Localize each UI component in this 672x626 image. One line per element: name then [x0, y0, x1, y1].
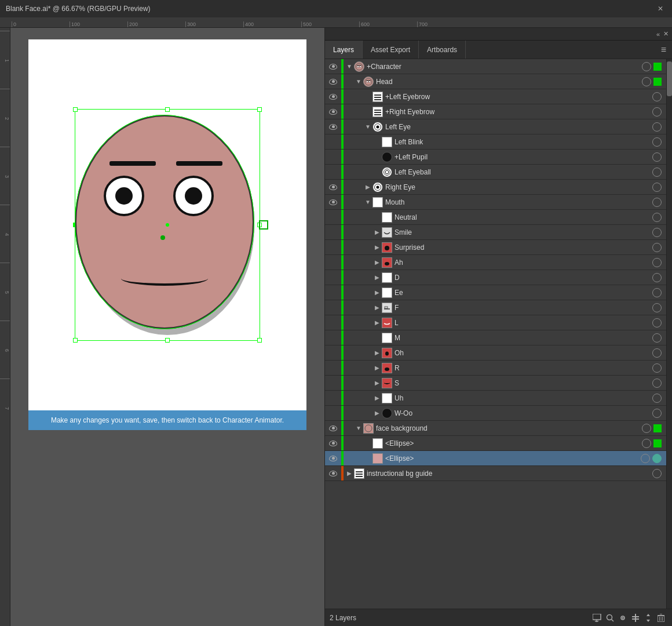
layer-circle-btn[interactable]: [641, 454, 650, 463]
layer-row[interactable]: ▶Surprised: [325, 240, 666, 255]
layer-visibility-btn[interactable]: [325, 456, 341, 461]
layer-circle-btn[interactable]: [652, 394, 662, 403]
layer-circle-btn[interactable]: [652, 183, 662, 192]
layer-circle-btn[interactable]: [652, 378, 662, 388]
layer-row[interactable]: ▼Head: [325, 74, 666, 89]
layer-expand-btn[interactable]: ▶: [372, 380, 382, 386]
layer-row[interactable]: ▼Left Eye: [325, 119, 666, 134]
layer-circle-btn[interactable]: [652, 469, 662, 478]
options-btn[interactable]: [616, 612, 629, 624]
layer-row[interactable]: ▶L: [325, 315, 666, 330]
layer-row[interactable]: ▶Smile: [325, 225, 666, 240]
search-btn[interactable]: [604, 612, 616, 624]
artboard[interactable]: [28, 39, 306, 410]
layer-expand-btn[interactable]: ▶: [372, 410, 382, 416]
layer-row[interactable]: ▶Ee: [325, 285, 666, 300]
layer-row[interactable]: ▶D: [325, 270, 666, 285]
layer-row[interactable]: ▼Mouth: [325, 195, 666, 210]
layer-visibility-btn[interactable]: [325, 471, 341, 476]
layer-visibility-btn[interactable]: [325, 441, 341, 446]
layer-circle-btn[interactable]: [652, 273, 662, 282]
layer-row[interactable]: ▼face background: [325, 421, 666, 436]
layer-circle-btn[interactable]: [652, 152, 662, 162]
layer-expand-btn[interactable]: ▼: [345, 63, 354, 70]
layer-expand-btn[interactable]: ▼: [354, 425, 363, 431]
layer-square-btn[interactable]: [653, 439, 662, 447]
layer-visibility-btn[interactable]: [325, 94, 341, 100]
layer-circle-btn[interactable]: [652, 288, 662, 297]
panel-collapse-left-btn[interactable]: «: [656, 31, 660, 38]
layer-visibility-btn[interactable]: [325, 109, 341, 115]
layer-row[interactable]: M: [325, 330, 666, 345]
layer-expand-btn[interactable]: ▶: [372, 259, 382, 265]
layer-row[interactable]: ▶Ah: [325, 255, 666, 270]
panel-menu-btn[interactable]: ≡: [655, 45, 672, 55]
layer-circle-btn[interactable]: [642, 62, 651, 71]
layer-circle-btn[interactable]: [642, 439, 651, 448]
scrollbar-thumb[interactable]: [667, 61, 672, 96]
path-handle-right[interactable]: [259, 220, 268, 230]
layer-square-btn[interactable]: [653, 424, 662, 432]
layer-visibility-btn[interactable]: [325, 64, 341, 70]
layer-expand-btn[interactable]: ▶: [372, 274, 382, 281]
layer-circle-btn[interactable]: [652, 318, 662, 327]
selection-handle-bot-right[interactable]: [257, 338, 262, 343]
selection-handle-top-right[interactable]: [257, 107, 262, 112]
layer-row[interactable]: ▶Uh: [325, 391, 666, 406]
layer-visibility-btn[interactable]: [325, 124, 341, 130]
layer-row[interactable]: <Ellipse>: [325, 451, 666, 466]
selection-handle-top-mid[interactable]: [165, 107, 170, 112]
layer-row[interactable]: ▶Right Eye: [325, 180, 666, 195]
layer-circle-btn[interactable]: [642, 424, 651, 433]
export-btn[interactable]: [591, 612, 604, 624]
layer-circle-btn[interactable]: [652, 213, 662, 222]
delete-layer-btn[interactable]: [655, 612, 667, 624]
move-layer-btn[interactable]: [642, 612, 655, 624]
layer-expand-btn[interactable]: ▶: [372, 289, 382, 296]
layer-row[interactable]: Left Blink: [325, 134, 666, 150]
layer-circle-selected-btn[interactable]: [652, 454, 662, 463]
close-button[interactable]: ✕: [655, 3, 666, 14]
layer-row[interactable]: ▶Oh: [325, 345, 666, 361]
layer-circle-btn[interactable]: [652, 258, 662, 267]
layer-row[interactable]: ▼+Character: [325, 59, 666, 74]
layer-circle-btn[interactable]: [652, 228, 662, 237]
layer-circle-btn[interactable]: [652, 243, 662, 252]
layer-visibility-btn[interactable]: [325, 184, 341, 190]
tab-artboards[interactable]: Artboards: [419, 41, 466, 59]
layer-circle-btn[interactable]: [652, 92, 662, 101]
layer-circle-btn[interactable]: [652, 198, 662, 207]
layer-expand-btn[interactable]: ▶: [372, 350, 382, 356]
layer-expand-btn[interactable]: ▶: [372, 304, 382, 311]
layer-expand-btn[interactable]: ▶: [345, 470, 354, 476]
layer-expand-btn[interactable]: ▶: [372, 229, 382, 235]
layer-visibility-btn[interactable]: [325, 425, 341, 431]
layer-circle-btn[interactable]: [652, 168, 662, 177]
layers-list[interactable]: ▼+Character▼Head+Left Eyebrow+Right Eyeb…: [325, 59, 666, 609]
layer-circle-btn[interactable]: [652, 363, 662, 373]
layer-circle-btn[interactable]: [652, 122, 662, 132]
layers-scrollbar[interactable]: [666, 59, 672, 609]
layer-row[interactable]: +Left Pupil: [325, 150, 666, 165]
layer-visibility-btn[interactable]: [325, 79, 341, 85]
layer-expand-btn[interactable]: ▼: [354, 78, 363, 85]
layer-expand-btn[interactable]: ▶: [363, 184, 372, 190]
layer-row[interactable]: Neutral: [325, 210, 666, 225]
layer-expand-btn[interactable]: ▼: [363, 123, 372, 130]
layer-circle-btn[interactable]: [652, 303, 662, 312]
selection-handle-bot-mid[interactable]: [165, 338, 170, 343]
layer-row[interactable]: ▶instructional bg guide: [325, 466, 666, 481]
layer-circle-btn[interactable]: [652, 348, 662, 358]
layer-expand-btn[interactable]: ▶: [372, 365, 382, 371]
layer-row[interactable]: +Left Eyebrow: [325, 89, 666, 104]
layer-circle-btn[interactable]: [642, 77, 651, 86]
layer-row[interactable]: ▶W-Oo: [325, 406, 666, 421]
layer-circle-btn[interactable]: [652, 409, 662, 418]
layer-expand-btn[interactable]: ▶: [372, 244, 382, 250]
layer-expand-btn[interactable]: ▼: [363, 199, 372, 205]
panel-close-btn[interactable]: ✕: [663, 30, 669, 38]
layer-square-btn[interactable]: [653, 63, 662, 71]
tab-layers[interactable]: Layers: [325, 41, 363, 59]
layer-row[interactable]: <Ellipse>: [325, 436, 666, 451]
layer-row[interactable]: ▶F: [325, 300, 666, 315]
